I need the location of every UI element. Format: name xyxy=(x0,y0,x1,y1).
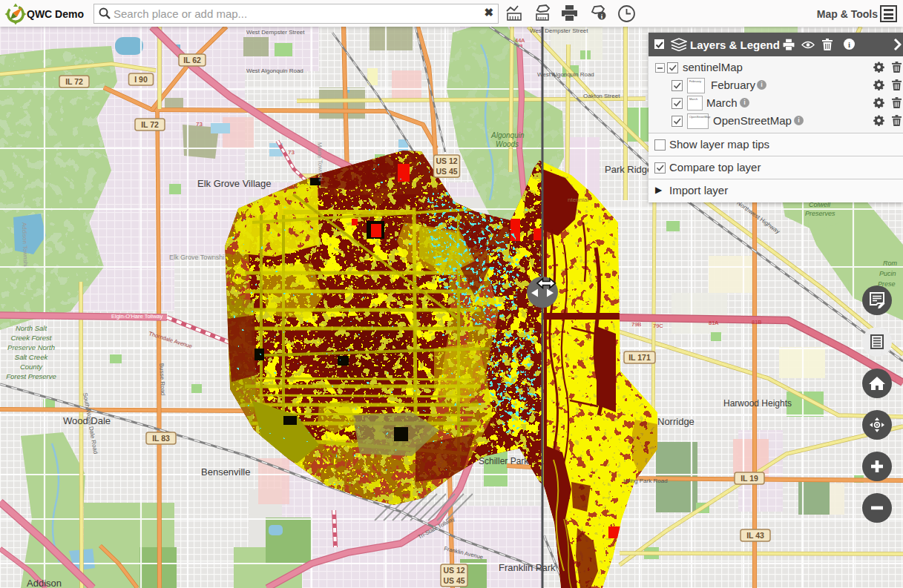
svg-text:Maine Townshi: Maine Townshi xyxy=(316,142,324,182)
svg-text:Schiller Park: Schiller Park xyxy=(479,456,529,466)
svg-text:US 12: US 12 xyxy=(443,566,464,575)
svg-text:IL 83: IL 83 xyxy=(152,434,170,443)
svg-text:Preserve North: Preserve North xyxy=(7,343,55,351)
svg-text:West Dempster Street: West Dempster Street xyxy=(246,29,305,36)
svg-text:73: 73 xyxy=(288,149,295,156)
svg-text:North Salt: North Salt xyxy=(16,324,47,332)
svg-text:Woods: Woods xyxy=(496,140,519,148)
svg-text:US 12: US 12 xyxy=(436,156,457,165)
svg-text:Elk Grove Townshi: Elk Grove Townshi xyxy=(169,254,224,261)
svg-text:Addison: Addison xyxy=(27,578,62,588)
svg-text:Algonquin: Algonquin xyxy=(490,131,525,139)
svg-text:Franklin Park: Franklin Park xyxy=(499,562,556,573)
svg-text:US 45: US 45 xyxy=(436,167,457,176)
svg-text:Bensenville: Bensenville xyxy=(201,466,251,478)
svg-text:79C: 79C xyxy=(653,323,663,329)
svg-text:81A: 81A xyxy=(709,320,718,326)
svg-text:ntennial: ntennial xyxy=(568,196,588,203)
svg-text:IL 19: IL 19 xyxy=(741,474,758,483)
svg-text:Irving Park Road: Irving Park Road xyxy=(623,478,668,484)
svg-text:Pucin: Pucin xyxy=(879,270,896,277)
svg-text:West Algonquin Road: West Algonquin Road xyxy=(246,67,303,74)
svg-text:Forest Preserve: Forest Preserve xyxy=(6,372,56,380)
svg-text:Harwood Heights: Harwood Heights xyxy=(723,398,792,409)
svg-text:IL 72: IL 72 xyxy=(141,120,159,129)
svg-text:West Algonquin Road: West Algonquin Road xyxy=(537,71,594,78)
svg-text:IL 43: IL 43 xyxy=(746,531,764,540)
svg-text:i: i xyxy=(848,40,850,49)
svg-text:West Dempster Street: West Dempster Street xyxy=(530,27,588,34)
svg-text:Oakton Street: Oakton Street xyxy=(583,93,620,99)
svg-text:US 45: US 45 xyxy=(443,576,464,585)
svg-text:IL 171: IL 171 xyxy=(628,353,651,362)
svg-text:Salt Creek: Salt Creek xyxy=(15,353,49,361)
svg-text:81B: 81B xyxy=(752,319,761,326)
svg-text:Creek Forest: Creek Forest xyxy=(11,334,52,342)
svg-text:Rom: Rom xyxy=(883,260,898,267)
svg-text:IL 72: IL 72 xyxy=(65,77,83,86)
svg-text:Elk Grove Village: Elk Grove Village xyxy=(197,178,271,189)
svg-text:I 90: I 90 xyxy=(134,75,148,84)
svg-text:79B: 79B xyxy=(631,321,641,328)
svg-text:73: 73 xyxy=(196,121,203,128)
svg-text:County: County xyxy=(20,363,43,371)
svg-text:Preserves: Preserves xyxy=(805,210,835,217)
svg-text:Park Ridge: Park Ridge xyxy=(605,164,652,175)
svg-text:44A: 44A xyxy=(515,37,525,44)
svg-text:Norridge: Norridge xyxy=(657,416,695,427)
svg-text:IL 62: IL 62 xyxy=(183,56,201,65)
svg-text:Elgin-O'Hare Tollway: Elgin-O'Hare Tollway xyxy=(111,313,162,320)
